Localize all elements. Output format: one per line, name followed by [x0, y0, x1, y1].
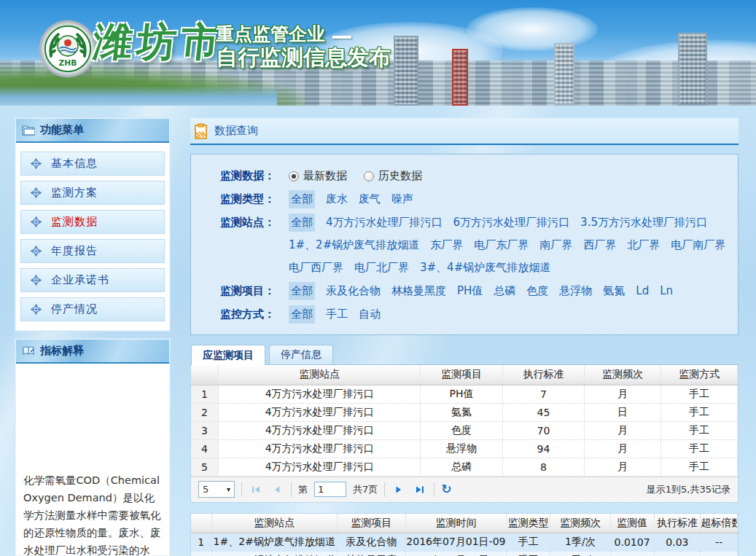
monitoring-items-table: 监测站点监测项目执行标准监测频次监测方式14万方污水处理厂排污口PH值7月手工2… [191, 365, 738, 477]
function-menu-header: 功能菜单 [16, 119, 169, 143]
filter-link[interactable]: 废水 [326, 190, 348, 208]
city-title: 潍坊市 [90, 16, 227, 69]
filter-link[interactable]: 色度 [526, 282, 548, 300]
table-row[interactable]: 44万方污水处理厂排污口悬浮物94月手工 [191, 439, 738, 458]
prev-page-button[interactable] [270, 482, 284, 497]
table-cell: 手工 [661, 403, 738, 421]
filter-link[interactable]: 总磷 [494, 282, 515, 300]
filter-link[interactable]: 全部 [289, 190, 315, 208]
filter-link[interactable]: 氨氮 [603, 282, 625, 300]
filter-link[interactable]: 1#、2#锅炉废气排放烟道 [289, 236, 419, 254]
table-cell: 4万方污水处理厂排污口 [219, 385, 421, 403]
filter-link[interactable]: 全部 [289, 282, 315, 300]
column-header: 监测项目 [337, 514, 405, 533]
column-header: 监测站点 [219, 365, 421, 385]
radio-option[interactable]: 最新数据 [289, 167, 347, 185]
table-cell: 1#、2#锅炉废气排放烟道 [211, 552, 337, 556]
filter-link[interactable]: Ln [660, 282, 673, 300]
radio-option[interactable]: 历史数据 [364, 167, 422, 185]
table-row[interactable]: 11#、2#锅炉废气排放烟道汞及化合物2016年07月01日-09手工1季/次0… [191, 533, 738, 552]
sidebar-item-annual-report[interactable]: 年度报告 [20, 239, 165, 263]
record-summary: 显示1到5,共35记录 [647, 483, 730, 496]
sidebar-item-label: 监测数据 [51, 215, 98, 229]
monitoring-values-table: 监测站点监测项目监测时间监测类型监测频次监测值执行标准超标倍数11#、2#锅炉废… [191, 514, 738, 556]
radio-checked-icon[interactable] [289, 171, 299, 181]
table-cell: 45 [502, 403, 584, 421]
table-cell: 汞及化合物 [337, 533, 405, 552]
last-page-button[interactable] [413, 482, 427, 497]
table-row[interactable]: 21#、2#锅炉废气排放烟道林格曼黑度2016年07月01日-09手工1季/次1… [191, 552, 738, 556]
function-menu: 基本信息监测方案监测数据年度报告企业承诺书停产情况 [16, 143, 169, 330]
page-number-input[interactable] [314, 482, 346, 497]
sidebar-item-monitoring-data[interactable]: 监测数据 [20, 210, 165, 234]
column-header: 监测时间 [405, 514, 507, 533]
site-banner: ZHB 潍坊市 重点监管企业 自行监测信息发布 [0, 0, 756, 106]
table-cell: 月 [585, 439, 661, 458]
compass-icon [31, 187, 42, 198]
filter-link[interactable]: 3.5万方污水处理厂排污口 [580, 214, 707, 232]
query-row-monitoring-item: 监测项目：全部汞及化合物林格曼黑度PH值总磷色度悬浮物氨氮LdLn [220, 282, 728, 300]
sidebar-item-shutdown-status[interactable]: 停产情况 [20, 297, 165, 321]
table-row[interactable]: 24万方污水处理厂排污口氨氮45日手工 [191, 403, 738, 421]
query-row-monitoring-station: 监测站点：全部4万方污水处理厂排污口6万方污水处理厂排污口3.5万方污水处理厂排… [220, 214, 728, 277]
query-row-monitoring-type: 监测类型：全部废水废气噪声 [220, 190, 728, 208]
next-page-button[interactable] [391, 482, 406, 497]
filter-link[interactable]: 3#、4#锅炉废气排放烟道 [420, 259, 550, 277]
table-cell: 2016年07月01日-09 [405, 533, 507, 552]
table-cell: 4 [191, 439, 219, 458]
sidebar-item-monitoring-plan[interactable]: 监测方案 [20, 181, 165, 205]
filter-link[interactable]: 4万方污水处理厂排污口 [326, 214, 443, 232]
pagination-bar: 5 ▾ 第 共7页 [191, 477, 738, 502]
pager-divider [291, 482, 292, 497]
table-cell: 日 [585, 403, 661, 421]
banner-building [678, 33, 707, 106]
first-page-button[interactable] [249, 482, 263, 497]
sidebar-item-basic-info[interactable]: 基本信息 [20, 152, 165, 176]
table-cell: 70 [502, 421, 584, 439]
table-row[interactable]: 14万方污水处理厂排污口PH值7月手工 [191, 385, 738, 403]
table-cell: 0.03 [654, 533, 701, 552]
indicator-header: 指标解释 [16, 340, 169, 364]
filter-link[interactable]: 林格曼黑度 [391, 282, 446, 300]
tab-monitoring-items[interactable]: 应监测项目 [191, 345, 265, 365]
radio-unchecked-icon[interactable] [364, 171, 374, 181]
table-cell: 1 [610, 552, 654, 556]
page-label-total: 共7页 [353, 483, 378, 496]
filter-link[interactable]: 电厂北厂界 [354, 259, 409, 277]
table-cell: 1 [191, 385, 219, 403]
filter-link[interactable]: 电厂西厂界 [289, 259, 343, 277]
table-cell: 月 [585, 458, 661, 476]
table-cell: 8 [502, 458, 584, 476]
filter-link[interactable]: 电厂南厂界 [671, 236, 725, 254]
filter-link[interactable]: 废气 [359, 190, 381, 208]
filter-link[interactable]: PH值 [457, 282, 483, 300]
table-cell: 3 [191, 421, 219, 439]
header-row: 监测站点监测项目监测时间监测类型监测频次监测值执行标准超标倍数 [191, 514, 738, 533]
sidebar-item-commitment-letter[interactable]: 企业承诺书 [20, 268, 165, 292]
filter-link[interactable]: 自动 [359, 305, 381, 324]
filter-link[interactable]: 噪声 [391, 190, 413, 208]
filter-link[interactable]: 东厂界 [430, 236, 463, 254]
filter-link[interactable]: 西厂界 [583, 236, 616, 254]
filter-link[interactable]: 6万方污水处理厂排污口 [453, 214, 570, 232]
filter-link[interactable]: 北厂界 [627, 236, 660, 254]
filter-link[interactable]: 南厂界 [539, 236, 572, 254]
query-row-monitoring-data-mode: 监测数据：最新数据历史数据 [220, 167, 728, 185]
filter-link[interactable]: 全部 [289, 214, 315, 232]
filter-link[interactable]: Ld [636, 282, 649, 300]
page-size-select[interactable]: 5 ▾ [198, 481, 235, 498]
filter-link[interactable]: 悬浮物 [559, 282, 592, 300]
column-header: 监测频次 [585, 365, 661, 385]
filter-link[interactable]: 全部 [289, 305, 315, 324]
table-row[interactable]: 34万方污水处理厂排污口色度70月手工 [191, 421, 738, 439]
table-cell: 1 [191, 533, 211, 552]
indicator-body: 化学需氧量COD（Chemical Oxygen Demand）是以化学方法测量… [16, 364, 169, 556]
book-icon [22, 345, 35, 357]
tab-shutdown-info[interactable]: 停产信息 [269, 345, 333, 365]
table-cell: PH值 [421, 385, 502, 403]
refresh-icon[interactable]: ↻ [441, 483, 451, 496]
filter-link[interactable]: 电厂东厂界 [474, 236, 529, 254]
table-row[interactable]: 54万方污水处理厂排污口总磷8月手工 [191, 458, 738, 476]
filter-link[interactable]: 汞及化合物 [326, 282, 381, 300]
filter-link[interactable]: 手工 [326, 305, 348, 324]
